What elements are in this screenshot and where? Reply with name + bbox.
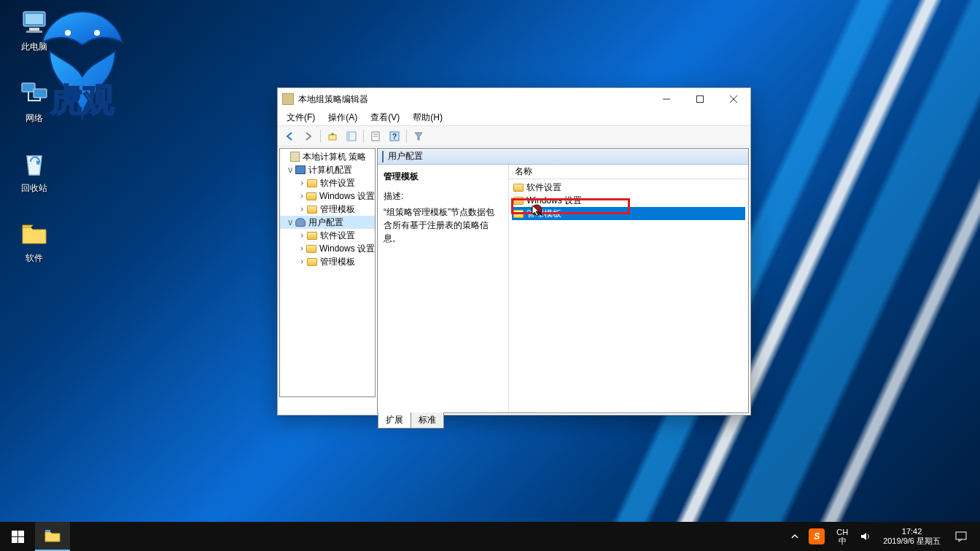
clock-time: 17:42 bbox=[902, 527, 922, 536]
menu-action[interactable]: 操作(A) bbox=[322, 110, 363, 125]
collapse-icon[interactable]: v bbox=[286, 165, 295, 175]
this-pc-icon bbox=[19, 7, 50, 38]
svg-rect-4 bbox=[26, 14, 43, 24]
svg-rect-27 bbox=[956, 532, 966, 539]
gpedit-window: 本地组策略编辑器 文件(F) 操作(A) 查看(V) 帮助(H) ? 本地计算机 bbox=[277, 87, 751, 415]
network-icon bbox=[19, 79, 50, 109]
expand-icon[interactable]: › bbox=[298, 257, 306, 267]
sogou-icon: S bbox=[809, 528, 825, 544]
tree-label: Windows 设置 bbox=[319, 190, 375, 203]
show-hide-tree-button[interactable] bbox=[343, 128, 360, 144]
recycle-bin-icon bbox=[19, 149, 50, 179]
nav-back-button[interactable] bbox=[281, 128, 298, 144]
content-header: 用户配置 bbox=[378, 149, 748, 165]
svg-rect-10 bbox=[697, 96, 704, 103]
expand-icon[interactable]: › bbox=[298, 191, 306, 201]
tray-clock[interactable]: 17:42 2019/9/6 星期五 bbox=[877, 522, 946, 551]
svg-text:?: ? bbox=[392, 133, 397, 141]
list-item-windows-settings[interactable]: Windows 设置 bbox=[512, 194, 745, 207]
cursor-icon bbox=[531, 204, 544, 217]
tray-overflow-button[interactable] bbox=[787, 522, 803, 551]
svg-point-1 bbox=[94, 30, 100, 36]
desktop-icon-network[interactable]: 网络 bbox=[7, 79, 61, 125]
desktop-icon-software-folder[interactable]: 软件 bbox=[7, 219, 61, 265]
collapse-icon[interactable]: v bbox=[286, 217, 295, 227]
user-icon bbox=[382, 151, 384, 163]
list-column-header[interactable]: 名称 bbox=[509, 165, 748, 179]
action-center-icon bbox=[954, 530, 968, 543]
maximize-button[interactable] bbox=[683, 88, 717, 110]
col-name: 名称 bbox=[515, 165, 532, 178]
svg-rect-15 bbox=[347, 132, 350, 141]
policy-icon bbox=[290, 152, 300, 162]
expand-icon[interactable]: › bbox=[298, 204, 306, 214]
tray-volume[interactable] bbox=[854, 522, 877, 551]
tree-user-config[interactable]: v 用户配置 bbox=[280, 216, 375, 229]
window-title: 本地组策略编辑器 bbox=[298, 93, 650, 106]
menu-help[interactable]: 帮助(H) bbox=[407, 110, 448, 125]
content-list-pane[interactable]: 名称 软件设置 Windows 设置 管理模板 bbox=[509, 165, 748, 413]
folder-icon bbox=[307, 179, 317, 187]
tray-sogou-ime[interactable]: S bbox=[803, 522, 831, 551]
tree-computer-config[interactable]: v 计算机配置 bbox=[280, 163, 375, 176]
tree-label: 软件设置 bbox=[320, 230, 355, 242]
nav-forward-button[interactable] bbox=[300, 128, 317, 144]
list-item-admin-templates[interactable]: 管理模板 bbox=[512, 207, 745, 220]
description-label: 描述: bbox=[384, 190, 502, 203]
svg-rect-13 bbox=[329, 135, 336, 140]
content-description-pane: 管理模板 描述: “组策略管理模板”节点数据包含所有基于注册表的策略信息。 bbox=[378, 165, 509, 413]
action-center-button[interactable] bbox=[946, 522, 976, 551]
svg-rect-25 bbox=[18, 537, 24, 543]
tree-label: 计算机配置 bbox=[308, 164, 352, 176]
desktop-icon-label: 网络 bbox=[7, 112, 61, 125]
content-tab-extended[interactable]: 扩展 bbox=[378, 413, 411, 429]
tray-ime-indicator[interactable]: CH 中 bbox=[831, 522, 854, 551]
properties-button[interactable] bbox=[367, 128, 384, 144]
menu-view[interactable]: 查看(V) bbox=[365, 110, 405, 125]
up-button[interactable] bbox=[324, 128, 341, 144]
help-button[interactable]: ? bbox=[386, 128, 403, 144]
tree-root[interactable]: 本地计算机 策略 bbox=[280, 150, 375, 163]
svg-rect-5 bbox=[29, 28, 39, 31]
expand-icon[interactable]: › bbox=[298, 178, 306, 188]
folder-icon bbox=[513, 197, 524, 205]
list-item-software-settings[interactable]: 软件设置 bbox=[512, 181, 745, 194]
volume-icon bbox=[860, 531, 871, 542]
svg-rect-8 bbox=[34, 89, 47, 98]
folder-icon bbox=[306, 192, 316, 200]
start-button[interactable] bbox=[0, 522, 35, 551]
expand-icon[interactable]: › bbox=[298, 243, 306, 254]
titlebar[interactable]: 本地组策略编辑器 bbox=[278, 88, 750, 110]
close-button[interactable] bbox=[717, 88, 750, 110]
tree-item[interactable]: › 软件设置 bbox=[280, 229, 375, 242]
content-tab-standard[interactable]: 标准 bbox=[411, 413, 444, 429]
menubar: 文件(F) 操作(A) 查看(V) 帮助(H) bbox=[278, 110, 750, 126]
tree-item[interactable]: › 管理模板 bbox=[280, 203, 375, 216]
minimize-button[interactable] bbox=[650, 88, 683, 110]
window-icon bbox=[282, 93, 294, 105]
desktop-icon-recycle-bin[interactable]: 回收站 bbox=[7, 149, 61, 195]
desktop-icon-label: 软件 bbox=[7, 252, 61, 265]
folder-icon bbox=[307, 232, 317, 240]
tree-label: 管理模板 bbox=[320, 203, 355, 216]
ime-kbd: 中 bbox=[839, 536, 847, 545]
show-desktop-button[interactable] bbox=[976, 522, 980, 551]
tree-item[interactable]: › Windows 设置 bbox=[280, 242, 375, 255]
filter-button[interactable] bbox=[410, 128, 427, 144]
user-icon bbox=[295, 218, 306, 227]
taskbar[interactable]: S CH 中 17:42 2019/9/6 星期五 bbox=[0, 522, 980, 551]
toolbar: ? bbox=[278, 126, 750, 146]
tree-pane[interactable]: 本地计算机 策略 v 计算机配置 › 软件设置 › Windows 设置 › 管… bbox=[279, 148, 376, 397]
tree-label: 管理模板 bbox=[320, 256, 355, 268]
tree-item[interactable]: › 管理模板 bbox=[280, 255, 375, 268]
system-tray: S CH 中 17:42 2019/9/6 星期五 bbox=[787, 522, 980, 551]
tree-item[interactable]: › 软件设置 bbox=[280, 176, 375, 189]
clock-date: 2019/9/6 星期五 bbox=[883, 536, 941, 546]
expand-icon[interactable]: › bbox=[298, 230, 306, 241]
svg-rect-24 bbox=[12, 537, 18, 543]
tree-item[interactable]: › Windows 设置 bbox=[280, 189, 375, 203]
taskbar-item-explorer[interactable] bbox=[35, 522, 70, 551]
tree-label: 用户配置 bbox=[308, 216, 343, 229]
desktop-icon-this-pc[interactable]: 此电脑 bbox=[7, 7, 61, 53]
menu-file[interactable]: 文件(F) bbox=[281, 110, 321, 125]
